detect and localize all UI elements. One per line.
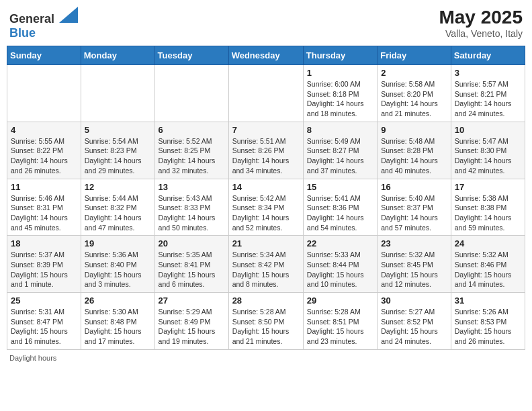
day-info: Sunrise: 5:31 AM Sunset: 8:47 PM Dayligh… [11,307,77,347]
day-number: 9 [381,125,447,135]
day-number: 5 [85,125,151,135]
calendar-cell: 19Sunrise: 5:36 AM Sunset: 8:40 PM Dayli… [81,236,154,293]
day-info: Sunrise: 5:44 AM Sunset: 8:32 PM Dayligh… [85,193,151,233]
calendar-cell [81,65,154,122]
day-number: 15 [307,182,373,192]
svg-marker-0 [59,7,78,23]
day-number: 23 [381,238,447,248]
day-info: Sunrise: 5:33 AM Sunset: 8:44 PM Dayligh… [307,250,373,289]
calendar-cell: 21Sunrise: 5:34 AM Sunset: 8:42 PM Dayli… [228,236,303,293]
day-number: 14 [232,182,300,192]
calendar-cell: 16Sunrise: 5:40 AM Sunset: 8:37 PM Dayli… [378,179,451,236]
day-info: Sunrise: 5:46 AM Sunset: 8:31 PM Dayligh… [11,193,77,233]
calendar-cell: 18Sunrise: 5:37 AM Sunset: 8:39 PM Dayli… [7,236,81,293]
calendar-cell: 6Sunrise: 5:52 AM Sunset: 8:25 PM Daylig… [154,122,228,179]
day-number: 28 [232,295,300,306]
day-info: Sunrise: 5:37 AM Sunset: 8:39 PM Dayligh… [11,250,77,289]
calendar-cell: 28Sunrise: 5:28 AM Sunset: 8:50 PM Dayli… [228,293,303,350]
day-info: Sunrise: 5:40 AM Sunset: 8:37 PM Dayligh… [381,193,447,233]
calendar-cell: 12Sunrise: 5:44 AM Sunset: 8:32 PM Dayli… [81,179,154,236]
day-number: 19 [85,238,151,248]
day-number: 8 [307,125,373,135]
day-info: Sunrise: 5:38 AM Sunset: 8:38 PM Dayligh… [455,193,521,233]
day-number: 18 [11,238,77,248]
day-info: Sunrise: 5:34 AM Sunset: 8:42 PM Dayligh… [232,250,300,289]
day-info: Sunrise: 5:32 AM Sunset: 8:45 PM Dayligh… [381,250,447,289]
day-number: 22 [307,238,373,248]
day-info: Sunrise: 5:54 AM Sunset: 8:23 PM Dayligh… [85,136,151,176]
calendar-cell: 9Sunrise: 5:48 AM Sunset: 8:28 PM Daylig… [378,122,451,179]
day-info: Sunrise: 5:27 AM Sunset: 8:52 PM Dayligh… [381,307,447,347]
col-header-friday: Friday [378,46,451,65]
day-number: 2 [381,68,447,78]
calendar-cell: 20Sunrise: 5:35 AM Sunset: 8:41 PM Dayli… [154,236,228,293]
day-info: Sunrise: 5:35 AM Sunset: 8:41 PM Dayligh… [159,250,225,289]
calendar-cell: 29Sunrise: 5:28 AM Sunset: 8:51 PM Dayli… [303,293,377,350]
day-number: 29 [307,295,373,306]
calendar-cell: 14Sunrise: 5:42 AM Sunset: 8:34 PM Dayli… [228,179,303,236]
day-number: 1 [307,68,373,78]
day-number: 12 [85,182,151,192]
page-header: General Blue May 2025 Valla, Veneto, Ita… [7,7,525,40]
day-number: 31 [455,295,521,306]
day-info: Sunrise: 5:47 AM Sunset: 8:30 PM Dayligh… [455,136,521,176]
calendar-cell: 25Sunrise: 5:31 AM Sunset: 8:47 PM Dayli… [7,293,81,350]
col-header-saturday: Saturday [451,46,525,65]
calendar-cell: 8Sunrise: 5:49 AM Sunset: 8:27 PM Daylig… [303,122,377,179]
calendar-cell: 24Sunrise: 5:32 AM Sunset: 8:46 PM Dayli… [451,236,525,293]
calendar-header-row: SundayMondayTuesdayWednesdayThursdayFrid… [7,46,525,65]
day-info: Sunrise: 5:58 AM Sunset: 8:20 PM Dayligh… [381,79,447,119]
calendar-week-1: 1Sunrise: 6:00 AM Sunset: 8:18 PM Daylig… [7,65,525,122]
day-info: Sunrise: 5:32 AM Sunset: 8:46 PM Dayligh… [455,250,521,289]
calendar-week-2: 4Sunrise: 5:55 AM Sunset: 8:22 PM Daylig… [7,122,525,179]
logo-blue: Blue [9,26,36,40]
calendar-cell: 31Sunrise: 5:26 AM Sunset: 8:53 PM Dayli… [451,293,525,350]
calendar-cell: 22Sunrise: 5:33 AM Sunset: 8:44 PM Dayli… [303,236,377,293]
day-info: Sunrise: 6:00 AM Sunset: 8:18 PM Dayligh… [307,79,373,119]
day-number: 30 [381,295,447,306]
day-info: Sunrise: 5:49 AM Sunset: 8:27 PM Dayligh… [307,136,373,176]
logo-icon [59,7,78,23]
day-number: 24 [455,238,521,248]
col-header-wednesday: Wednesday [228,46,303,65]
calendar-cell: 1Sunrise: 6:00 AM Sunset: 8:18 PM Daylig… [303,65,377,122]
day-number: 7 [232,125,300,135]
calendar-cell [228,65,303,122]
calendar-cell: 30Sunrise: 5:27 AM Sunset: 8:52 PM Dayli… [378,293,451,350]
day-info: Sunrise: 5:43 AM Sunset: 8:33 PM Dayligh… [159,193,225,233]
calendar-location: Valla, Veneto, Italy [439,28,523,39]
day-number: 6 [159,125,225,135]
day-number: 17 [455,182,521,192]
calendar-cell: 4Sunrise: 5:55 AM Sunset: 8:22 PM Daylig… [7,122,81,179]
calendar-cell: 7Sunrise: 5:51 AM Sunset: 8:26 PM Daylig… [228,122,303,179]
day-info: Sunrise: 5:29 AM Sunset: 8:49 PM Dayligh… [159,307,225,347]
calendar-cell: 3Sunrise: 5:57 AM Sunset: 8:21 PM Daylig… [451,65,525,122]
calendar-week-4: 18Sunrise: 5:37 AM Sunset: 8:39 PM Dayli… [7,236,525,293]
day-info: Sunrise: 5:41 AM Sunset: 8:36 PM Dayligh… [307,193,373,233]
day-number: 11 [11,182,77,192]
calendar-cell [154,65,228,122]
calendar-cell: 26Sunrise: 5:30 AM Sunset: 8:48 PM Dayli… [81,293,154,350]
calendar-cell: 17Sunrise: 5:38 AM Sunset: 8:38 PM Dayli… [451,179,525,236]
day-info: Sunrise: 5:55 AM Sunset: 8:22 PM Dayligh… [11,136,77,176]
day-number: 13 [159,182,225,192]
day-info: Sunrise: 5:36 AM Sunset: 8:40 PM Dayligh… [85,250,151,289]
day-info: Sunrise: 5:28 AM Sunset: 8:51 PM Dayligh… [307,307,373,347]
calendar-cell: 11Sunrise: 5:46 AM Sunset: 8:31 PM Dayli… [7,179,81,236]
day-info: Sunrise: 5:30 AM Sunset: 8:48 PM Dayligh… [85,307,151,347]
calendar-title: May 2025 [439,7,523,28]
logo: General Blue [9,7,78,40]
day-number: 16 [381,182,447,192]
calendar-cell: 13Sunrise: 5:43 AM Sunset: 8:33 PM Dayli… [154,179,228,236]
day-info: Sunrise: 5:48 AM Sunset: 8:28 PM Dayligh… [381,136,447,176]
calendar-week-3: 11Sunrise: 5:46 AM Sunset: 8:31 PM Dayli… [7,179,525,236]
day-info: Sunrise: 5:26 AM Sunset: 8:53 PM Dayligh… [455,307,521,347]
calendar-cell: 27Sunrise: 5:29 AM Sunset: 8:49 PM Dayli… [154,293,228,350]
day-info: Sunrise: 5:42 AM Sunset: 8:34 PM Dayligh… [232,193,300,233]
col-header-sunday: Sunday [7,46,81,65]
day-number: 27 [159,295,225,306]
calendar-cell: 5Sunrise: 5:54 AM Sunset: 8:23 PM Daylig… [81,122,154,179]
footer-note: Daylight hours [7,354,525,362]
day-info: Sunrise: 5:51 AM Sunset: 8:26 PM Dayligh… [232,136,300,176]
calendar-cell [7,65,81,122]
